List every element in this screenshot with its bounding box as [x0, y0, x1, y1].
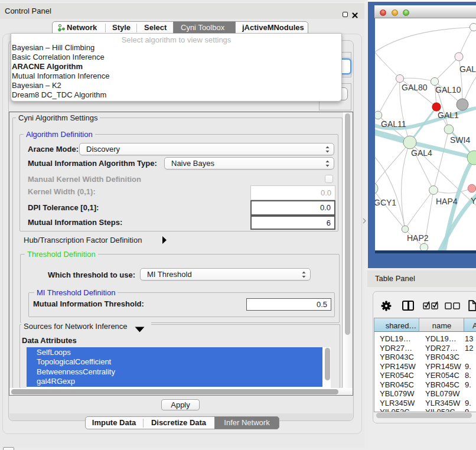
svg-text:SWI4: SWI4	[450, 135, 470, 145]
svg-text:GAL7: GAL7	[459, 64, 476, 74]
svg-text:GAL80: GAL80	[402, 83, 428, 92]
svg-text:GAL11: GAL11	[381, 119, 406, 129]
svg-text:YM: YM	[471, 196, 476, 206]
svg-text:GAL1: GAL1	[438, 110, 459, 120]
svg-text:HAP4: HAP4	[436, 197, 458, 206]
svg-text:HAP2: HAP2	[407, 233, 429, 243]
svg-text:GCY1: GCY1	[375, 198, 396, 207]
svg-text:GAL10: GAL10	[435, 85, 461, 94]
svg-text:GAL4: GAL4	[411, 148, 432, 158]
